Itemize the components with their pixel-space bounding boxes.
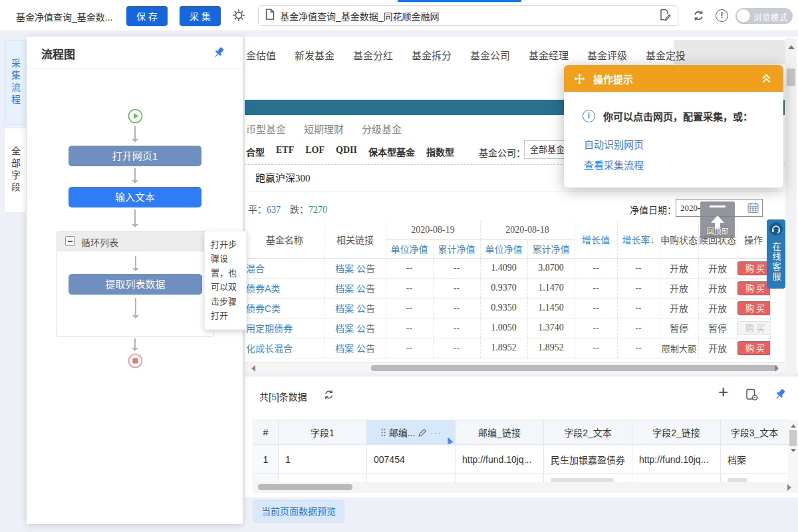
nav-tab[interactable]: 基金公司 <box>470 48 510 62</box>
popup-header[interactable]: 操作提示 <box>564 65 783 92</box>
more-options-icon[interactable]: ··· <box>430 428 441 438</box>
data-vertical-scrollbar[interactable] <box>788 420 798 482</box>
notice-link[interactable]: 公告 <box>356 263 375 274</box>
auto-detect-link[interactable]: 自动识别网页 <box>584 137 644 151</box>
profile-link[interactable]: 档案 <box>335 303 354 314</box>
type-filter[interactable]: QDII <box>336 145 357 158</box>
notice-link[interactable]: 公告 <box>356 343 375 354</box>
pin-panel-icon[interactable] <box>773 388 787 404</box>
drag-handle-icon[interactable] <box>381 428 386 437</box>
profile-link[interactable]: 档案 <box>335 343 354 354</box>
current-page-preview-button[interactable]: 当前页面数据预览 <box>253 500 344 523</box>
scroll-right-arrow[interactable] <box>775 365 782 372</box>
benchmark-label: 跑赢沪深300 <box>255 170 311 184</box>
flow-arrow <box>134 168 136 183</box>
col-zip-editing[interactable]: 邮编... ··· <box>367 420 456 445</box>
fund-name-link[interactable]: 债券C类 <box>245 298 325 318</box>
scrollbar-thumb[interactable] <box>787 68 795 86</box>
data-horizontal-scrollbar[interactable] <box>253 482 798 493</box>
edit-pencil-icon[interactable] <box>418 428 427 437</box>
scrollbar-thumb[interactable] <box>258 484 352 490</box>
category-tab[interactable]: 分级基金 <box>362 122 402 136</box>
collapse-minus-icon[interactable] <box>65 236 75 246</box>
type-filter[interactable]: 保本型基金 <box>368 145 415 158</box>
col-growth-value[interactable]: 增长值 <box>575 221 617 258</box>
notice-link[interactable]: 公告 <box>356 283 375 294</box>
nav-tab[interactable]: 基金评级 <box>587 48 627 62</box>
add-field-icon[interactable]: + <box>718 382 728 402</box>
scrollbar-thumb[interactable] <box>371 365 778 371</box>
end-icon[interactable] <box>128 353 143 368</box>
col-field2-text[interactable]: 字段2_文本 <box>544 420 632 445</box>
buy-button[interactable]: 购买 <box>737 341 771 355</box>
fund-name-link[interactable]: 用定期债券 <box>245 318 325 338</box>
category-tab[interactable]: 币型基金 <box>246 122 286 136</box>
col-zip-link[interactable]: 邮编_链接 <box>456 420 544 445</box>
buy-button[interactable]: 购买 <box>737 261 771 275</box>
collect-button[interactable]: 采 集 <box>180 6 221 26</box>
subcol-acc-nav[interactable]: 累计净值 <box>527 239 575 258</box>
nav-tab[interactable]: 基金分红 <box>353 48 393 62</box>
nav-tab[interactable]: 基金拆分 <box>412 48 452 62</box>
refresh-data-icon[interactable] <box>323 389 334 403</box>
notice-link[interactable]: 公告 <box>356 323 375 334</box>
online-service-badge[interactable]: 在线客服 <box>767 219 785 289</box>
fund-name-link[interactable]: 混合 <box>245 258 325 278</box>
save-button[interactable]: 保 存 <box>126 6 168 26</box>
gear-icon[interactable] <box>232 9 245 25</box>
browse-mode-toggle[interactable]: 浏览模式 <box>735 8 793 24</box>
flow-node-open-page[interactable]: 打开网页1 <box>68 146 201 166</box>
flow-loop-header[interactable]: 循环列表 <box>57 231 213 251</box>
col-field1[interactable]: 字段1 <box>279 420 367 445</box>
fund-name-link[interactable]: 债券A类 <box>245 278 325 298</box>
flow-node-input-text[interactable]: 输入文本 <box>68 187 201 207</box>
type-filter[interactable]: 指数型 <box>426 145 454 158</box>
col-field2-link[interactable]: 字段2_链接 <box>632 420 721 445</box>
scroll-left-arrow[interactable] <box>248 365 255 372</box>
scroll-right-arrow[interactable] <box>787 484 795 491</box>
col-field3-text[interactable]: 字段3_文本 <box>721 420 789 445</box>
page-vertical-scrollbar[interactable] <box>785 38 797 372</box>
preview-settings-icon[interactable] <box>745 388 759 404</box>
back-to-top-button[interactable]: 回顶部 <box>700 201 735 238</box>
nav-tab[interactable]: 金估值 <box>246 48 276 62</box>
edit-page-icon[interactable] <box>659 9 671 23</box>
scrollbar-thumb[interactable] <box>789 430 797 446</box>
category-tab[interactable]: 短期理财 <box>304 122 344 136</box>
profile-link[interactable]: 档案 <box>335 263 354 274</box>
col-growth-rate[interactable]: 增长率↓ <box>617 221 660 258</box>
cell-field2-link: http://fund.10jq... <box>632 445 721 474</box>
view-flow-link[interactable]: 查看采集流程 <box>584 158 644 172</box>
start-icon[interactable] <box>128 108 143 124</box>
type-filter[interactable]: LOF <box>305 145 325 158</box>
pin-icon[interactable] <box>212 46 225 62</box>
notice-link[interactable]: 公告 <box>356 303 375 314</box>
page-horizontal-scrollbar[interactable] <box>245 362 785 372</box>
type-filter[interactable]: ETF <box>276 145 294 158</box>
subcol-acc-nav[interactable]: 累计净值 <box>433 239 480 258</box>
alert-icon[interactable]: ! <box>716 9 728 22</box>
profile-link[interactable]: 档案 <box>335 323 354 334</box>
purchase-status: 开放 <box>660 258 698 278</box>
scroll-up-arrow[interactable] <box>791 422 796 428</box>
nav-tab[interactable]: 新发基金 <box>295 48 334 62</box>
subcol-unit-nav[interactable]: 单位净值 <box>480 239 527 258</box>
fund-row: 混合 档案 公告 -- -- 1.4090 3.8700 -- -- 开放 开放… <box>245 258 770 278</box>
calendar-icon[interactable] <box>747 202 759 216</box>
subcol-unit-nav[interactable]: 单位净值 <box>386 239 433 258</box>
nav-tab[interactable]: 基金定投 <box>646 48 686 62</box>
refresh-icon[interactable] <box>692 9 705 25</box>
profile-link[interactable]: 档案 <box>335 283 354 294</box>
nav-tab[interactable]: 基金经理 <box>529 48 569 62</box>
collapse-chevrons-icon[interactable] <box>760 72 773 87</box>
sidebar-tab-collect-flow[interactable]: 采集流程 <box>4 40 27 125</box>
url-bar[interactable]: 基金净值查询_基金数据_同花顺金融网 <box>258 5 678 26</box>
scroll-up-arrow[interactable] <box>788 42 795 49</box>
fund-name-link[interactable]: 化成长混合 <box>245 338 325 358</box>
buy-button[interactable]: 购买 <box>737 281 771 295</box>
scroll-down-arrow[interactable] <box>791 449 796 455</box>
sidebar-tab-all-fields[interactable]: 全部字段 <box>4 128 27 213</box>
flow-node-extract-list[interactable]: 提取列表数据 <box>68 274 202 295</box>
type-filter[interactable]: 合型 <box>246 145 265 158</box>
buy-button[interactable]: 购买 <box>737 301 771 315</box>
